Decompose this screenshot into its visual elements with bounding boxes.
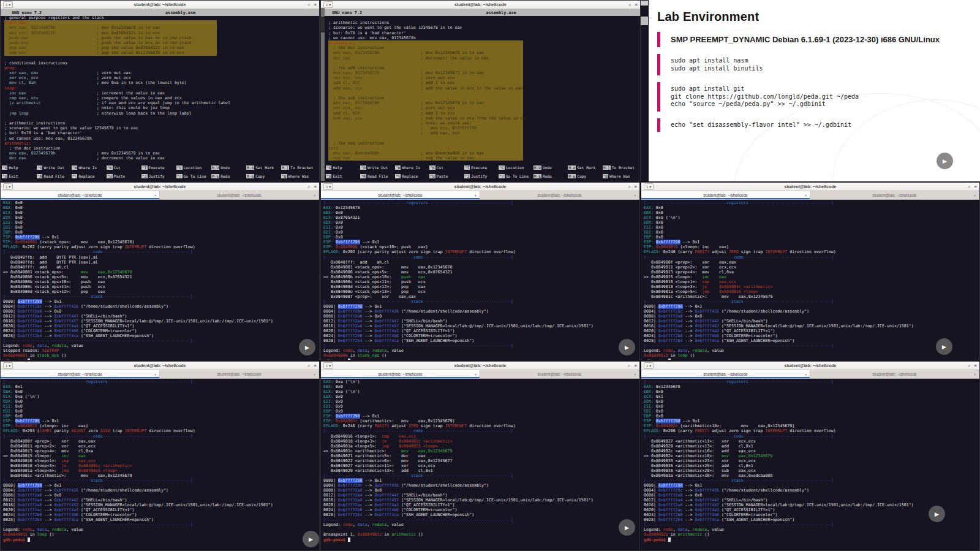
chevron-down-icon: ▾ (475, 373, 477, 376)
search-icon[interactable]: ⌕ (968, 363, 970, 369)
terminal-tab-inactive[interactable]: student@lab: ~/shellcode▾ (810, 370, 979, 378)
next-button[interactable]: ▶ (929, 506, 945, 522)
search-icon[interactable]: ⌕ (307, 363, 310, 369)
tab-switcher-button[interactable]: 1▾ (644, 183, 654, 190)
terminal-tab-inactive[interactable]: student@lab: ~/shellcode▾ (480, 370, 639, 378)
gdb-terminal-output[interactable]: [---------------------------------regist… (641, 378, 979, 550)
nano-window-arithmetic: student@lab: ~/shellcode 1▾ ⌕≡ GNU nano … (320, 0, 641, 181)
next-button[interactable]: ▶ (299, 339, 315, 355)
slide-code-block: SMP PREEMPT_DYNAMIC Debian 6.1.69-1 (202… (657, 32, 971, 47)
nano-shortcut: M-ASet Mark (246, 164, 281, 172)
search-icon[interactable]: ⌕ (968, 184, 970, 190)
nano-shortcut: ^WWhere Is (395, 164, 429, 172)
nano-shortcut: ^RRead File (360, 172, 394, 180)
play-icon: ▶ (305, 344, 309, 351)
gdb-terminal-output[interactable]: [---------------------------------regist… (641, 199, 979, 360)
nano-shortcut: ^\Replace (72, 172, 107, 180)
tab-switcher-button[interactable]: 1▾ (3, 183, 13, 190)
gdb-terminal-output[interactable]: EAX: 0x0EBX: 0x0ECX: 0x0EDX: 0x0ESI: 0x0… (1, 199, 319, 360)
gdb-window-loop-start: student@lab: ~/shellcode 1▾ ⌕≡ student@l… (641, 182, 980, 360)
nano-shortcut: ^TExecute (464, 164, 499, 172)
lab-environment-slide: Lab Environment SMP PREEMPT_DYNAMIC Debi… (641, 0, 980, 181)
gdb-terminal-output[interactable]: [---------------------------------regist… (321, 199, 639, 360)
play-icon: ▶ (625, 344, 629, 351)
menu-icon[interactable]: ≡ (635, 184, 637, 189)
search-icon[interactable]: ⌕ (628, 184, 630, 190)
menu-icon[interactable]: ≡ (635, 363, 637, 368)
chevron-down-icon: ▾ (314, 373, 315, 376)
titlebar: student@lab: ~/shellcode 1▾ ⌕≡ (1, 1, 319, 9)
terminal-tab-active[interactable]: student@lab: ~/shellcode▾ (321, 191, 480, 199)
menu-icon[interactable]: ≡ (974, 363, 977, 368)
tab-switcher-button[interactable]: 1▾ (323, 362, 333, 369)
terminal-tab-inactive[interactable]: student@lab: ~/shellcode▾ (160, 370, 319, 378)
chevron-down-icon: ▾ (634, 194, 636, 197)
accent-bar (657, 82, 660, 112)
nano-shortcut: ^TExecute (141, 164, 176, 172)
terminal-tab-active[interactable]: student@lab: ~/shellcode▾ (641, 191, 810, 199)
nano-shortcut: ^JJustify (464, 172, 499, 180)
nano-shortcut: ^GHelp (326, 164, 360, 172)
search-icon[interactable]: ⌕ (307, 2, 310, 8)
titlebar: student@lab: ~/shellcode 1▾ ⌕≡ (321, 362, 639, 370)
nano-shortcut: M-6Copy (568, 172, 602, 180)
nano-shortcut: ^/Go To Line (176, 172, 211, 180)
gdb-window-breakpoint-arithmetic: student@lab: ~/shellcode 1▾ ⌕≡ student@l… (320, 361, 640, 551)
tab-switcher-button[interactable]: 1▾ (644, 362, 654, 369)
next-button[interactable]: ▶ (619, 339, 635, 355)
tab-switcher-button[interactable]: 1▾ (323, 1, 333, 8)
gdb-terminal-output[interactable]: EAX: 0xa ('\n')EBX: 0x0ECX: 0xa ('\n')ED… (321, 378, 639, 550)
nano-shortcut: ^QWhere Was (281, 172, 316, 180)
nano-shortcut: ^OWrite Out (360, 164, 394, 172)
window-title: student@lab: ~/shellcode (1, 2, 319, 7)
menu-icon[interactable]: ≡ (314, 363, 317, 368)
next-button[interactable]: ▶ (303, 531, 319, 547)
titlebar: student@lab: ~/shellcode 1▾ ⌕≡ (1, 362, 319, 370)
nano-editor-area[interactable]: ; arithmetic instructions; scenario: we … (321, 15, 640, 164)
search-icon[interactable]: ⌕ (307, 184, 310, 190)
window-title: student@lab: ~/shellcode (1, 184, 319, 189)
nano-shortcut-bar: ^GHelp^OWrite Out^WWhere Is^KCut^TExecut… (326, 164, 639, 180)
terminal-tab-active[interactable]: student@lab: ~/shellcode▾ (641, 370, 810, 378)
scrollbar[interactable] (321, 8, 325, 181)
gdb-terminal-output[interactable]: [---------------------------------regist… (1, 378, 319, 550)
nano-shortcut: M-UUndo (533, 164, 568, 172)
nano-shortcut: ^CLocation (499, 164, 533, 172)
menu-icon[interactable]: ≡ (314, 2, 317, 7)
terminal-tab-inactive[interactable]: student@lab: ~/shellcode▾ (480, 191, 639, 199)
terminal-tab-inactive[interactable]: student@lab: ~/shellcode▾ (160, 191, 319, 199)
terminal-tab-active[interactable]: student@lab: ~/shellcode▾ (1, 370, 160, 378)
nano-shortcut: M-ASet Mark (568, 164, 602, 172)
slide-code-block: echo "set disassembly-flavor intel" >> ~… (657, 118, 971, 132)
tab-switcher-button[interactable]: 1▾ (3, 362, 13, 369)
window-title: student@lab: ~/shellcode (641, 184, 979, 189)
nano-editor-area[interactable]: ; general purpose registers and the stac… (1, 15, 319, 164)
titlebar: student@lab: ~/shellcode 1▾ ⌕≡ (641, 183, 979, 191)
search-icon[interactable]: ⌕ (628, 363, 630, 369)
next-button[interactable]: ▶ (619, 519, 635, 536)
chevron-down-icon: ▾ (634, 373, 636, 376)
chevron-down-icon: ▾ (475, 194, 477, 197)
terminal-tab-active[interactable]: student@lab: ~/shellcode▾ (321, 370, 480, 378)
menu-icon[interactable]: ≡ (974, 184, 977, 189)
search-icon[interactable]: ⌕ (628, 2, 631, 8)
terminal-tab-inactive[interactable]: student@lab: ~/shellcode▾ (810, 191, 979, 199)
menu-icon[interactable]: ≡ (314, 184, 317, 189)
terminal-tab-active[interactable]: student@lab: ~/shellcode▾ (1, 191, 160, 199)
next-slide-button[interactable]: ▶ (937, 153, 953, 169)
play-icon: ▶ (935, 511, 939, 517)
terminal-tabbar: student@lab: ~/shellcode▾ student@lab: ~… (1, 191, 319, 200)
tab-switcher-button[interactable]: 1▾ (323, 183, 333, 190)
nano-shortcut: ^UPaste (429, 172, 464, 180)
tab-switcher-button[interactable]: 1▾ (3, 1, 13, 8)
slide-code-blocks: SMP PREEMPT_DYNAMIC Debian 6.1.69-1 (202… (657, 32, 971, 132)
terminal-tabbar: student@lab: ~/shellcode▾ student@lab: ~… (321, 370, 639, 379)
gdb-window-push-eax: student@lab: ~/shellcode 1▾ ⌕≡ student@l… (320, 182, 640, 360)
window-title: student@lab: ~/shellcode (1, 363, 319, 368)
play-icon: ▶ (943, 158, 947, 164)
menu-icon[interactable]: ≡ (635, 2, 638, 7)
next-button[interactable]: ▶ (936, 338, 952, 355)
chevron-down-icon: ▾ (805, 194, 807, 197)
nano-shortcut: ^UPaste (107, 172, 141, 180)
play-icon: ▶ (309, 536, 313, 542)
